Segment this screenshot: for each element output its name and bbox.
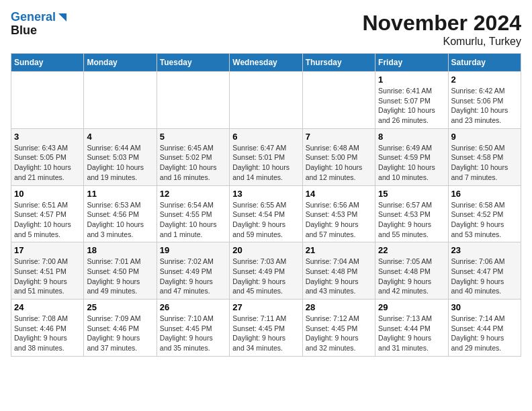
day-info: Sunrise: 6:41 AM Sunset: 5:07 PM Dayligh… <box>378 86 445 126</box>
day-number: 4 <box>87 132 153 142</box>
logo-blue: Blue <box>11 24 37 38</box>
title-block: November 2024 Komurlu, Turkey <box>362 11 521 48</box>
calendar-cell: 5Sunrise: 6:45 AM Sunset: 5:02 PM Daylig… <box>157 128 229 185</box>
calendar-week-row: 10Sunrise: 6:51 AM Sunset: 4:57 PM Dayli… <box>11 185 521 242</box>
day-info: Sunrise: 7:05 AM Sunset: 4:48 PM Dayligh… <box>378 257 445 296</box>
day-number: 30 <box>451 302 518 312</box>
day-number: 18 <box>87 245 153 255</box>
calendar-cell: 13Sunrise: 6:55 AM Sunset: 4:54 PM Dayli… <box>230 185 302 242</box>
calendar-cell: 23Sunrise: 7:06 AM Sunset: 4:47 PM Dayli… <box>448 242 521 300</box>
day-info: Sunrise: 6:48 AM Sunset: 5:00 PM Dayligh… <box>306 143 372 183</box>
calendar-cell: 14Sunrise: 6:56 AM Sunset: 4:53 PM Dayli… <box>302 185 375 242</box>
calendar-cell: 29Sunrise: 7:13 AM Sunset: 4:44 PM Dayli… <box>375 300 448 357</box>
day-info: Sunrise: 6:58 AM Sunset: 4:52 PM Dayligh… <box>451 200 518 240</box>
day-number: 20 <box>232 245 299 255</box>
calendar-cell: 9Sunrise: 6:50 AM Sunset: 4:58 PM Daylig… <box>448 128 521 185</box>
day-number: 10 <box>14 189 81 199</box>
day-info: Sunrise: 6:42 AM Sunset: 5:06 PM Dayligh… <box>451 86 518 126</box>
day-info: Sunrise: 7:09 AM Sunset: 4:46 PM Dayligh… <box>87 314 153 353</box>
logo-general: General <box>11 10 56 24</box>
day-info: Sunrise: 7:03 AM Sunset: 4:49 PM Dayligh… <box>232 257 299 296</box>
day-number: 2 <box>451 75 518 85</box>
calendar-cell: 7Sunrise: 6:48 AM Sunset: 5:00 PM Daylig… <box>302 128 375 185</box>
day-info: Sunrise: 7:12 AM Sunset: 4:45 PM Dayligh… <box>306 314 372 353</box>
day-info: Sunrise: 6:44 AM Sunset: 5:03 PM Dayligh… <box>87 143 153 183</box>
calendar-cell <box>84 72 157 129</box>
day-info: Sunrise: 7:10 AM Sunset: 4:45 PM Dayligh… <box>160 314 226 353</box>
weekday-header: Wednesday <box>230 54 302 72</box>
calendar-cell: 28Sunrise: 7:12 AM Sunset: 4:45 PM Dayli… <box>302 300 375 357</box>
calendar-cell: 2Sunrise: 6:42 AM Sunset: 5:06 PM Daylig… <box>448 72 521 129</box>
day-number: 17 <box>14 245 81 255</box>
calendar-cell: 27Sunrise: 7:11 AM Sunset: 4:45 PM Dayli… <box>230 300 302 357</box>
day-number: 7 <box>306 132 372 142</box>
calendar-cell: 15Sunrise: 6:57 AM Sunset: 4:53 PM Dayli… <box>375 185 448 242</box>
calendar-cell: 12Sunrise: 6:54 AM Sunset: 4:55 PM Dayli… <box>157 185 229 242</box>
day-info: Sunrise: 7:02 AM Sunset: 4:49 PM Dayligh… <box>160 257 226 296</box>
day-number: 3 <box>14 132 81 142</box>
day-info: Sunrise: 7:04 AM Sunset: 4:48 PM Dayligh… <box>306 257 372 296</box>
day-number: 1 <box>378 75 445 85</box>
calendar-week-row: 3Sunrise: 6:43 AM Sunset: 5:05 PM Daylig… <box>11 128 521 185</box>
calendar-cell: 22Sunrise: 7:05 AM Sunset: 4:48 PM Dayli… <box>375 242 448 300</box>
day-number: 29 <box>378 302 445 312</box>
logo: General Blue <box>11 11 66 38</box>
calendar-cell: 18Sunrise: 7:01 AM Sunset: 4:50 PM Dayli… <box>84 242 157 300</box>
calendar-cell: 20Sunrise: 7:03 AM Sunset: 4:49 PM Dayli… <box>230 242 302 300</box>
day-number: 28 <box>306 302 372 312</box>
calendar-cell <box>157 72 229 129</box>
day-number: 19 <box>160 245 226 255</box>
day-info: Sunrise: 7:01 AM Sunset: 4:50 PM Dayligh… <box>87 257 153 296</box>
calendar-cell: 10Sunrise: 6:51 AM Sunset: 4:57 PM Dayli… <box>11 185 84 242</box>
calendar-cell: 8Sunrise: 6:49 AM Sunset: 4:59 PM Daylig… <box>375 128 448 185</box>
day-number: 15 <box>378 189 445 199</box>
day-number: 14 <box>306 189 372 199</box>
day-number: 9 <box>451 132 518 142</box>
day-info: Sunrise: 6:53 AM Sunset: 4:56 PM Dayligh… <box>87 200 153 240</box>
calendar-cell: 21Sunrise: 7:04 AM Sunset: 4:48 PM Dayli… <box>302 242 375 300</box>
day-number: 27 <box>232 302 299 312</box>
day-number: 25 <box>87 302 153 312</box>
calendar-cell: 17Sunrise: 7:00 AM Sunset: 4:51 PM Dayli… <box>11 242 84 300</box>
day-number: 12 <box>160 189 226 199</box>
day-info: Sunrise: 6:56 AM Sunset: 4:53 PM Dayligh… <box>306 200 372 240</box>
day-info: Sunrise: 6:47 AM Sunset: 5:01 PM Dayligh… <box>232 143 299 183</box>
weekday-header: Thursday <box>302 54 375 72</box>
calendar-table: SundayMondayTuesdayWednesdayThursdayFrid… <box>11 53 521 357</box>
weekday-header: Tuesday <box>157 54 229 72</box>
day-number: 21 <box>306 245 372 255</box>
calendar-cell <box>302 72 375 129</box>
calendar-cell: 4Sunrise: 6:44 AM Sunset: 5:03 PM Daylig… <box>84 128 157 185</box>
calendar-cell <box>230 72 302 129</box>
day-number: 24 <box>14 302 81 312</box>
day-info: Sunrise: 7:00 AM Sunset: 4:51 PM Dayligh… <box>14 257 81 296</box>
day-info: Sunrise: 6:50 AM Sunset: 4:58 PM Dayligh… <box>451 143 518 183</box>
calendar-cell: 25Sunrise: 7:09 AM Sunset: 4:46 PM Dayli… <box>84 300 157 357</box>
day-info: Sunrise: 7:11 AM Sunset: 4:45 PM Dayligh… <box>232 314 299 353</box>
day-info: Sunrise: 6:43 AM Sunset: 5:05 PM Dayligh… <box>14 143 81 183</box>
calendar-cell: 6Sunrise: 6:47 AM Sunset: 5:01 PM Daylig… <box>230 128 302 185</box>
calendar-week-row: 24Sunrise: 7:08 AM Sunset: 4:46 PM Dayli… <box>11 300 521 357</box>
day-number: 8 <box>378 132 445 142</box>
day-info: Sunrise: 6:51 AM Sunset: 4:57 PM Dayligh… <box>14 200 81 240</box>
day-info: Sunrise: 7:14 AM Sunset: 4:44 PM Dayligh… <box>451 314 518 353</box>
calendar-title: November 2024 <box>362 11 521 36</box>
day-info: Sunrise: 6:55 AM Sunset: 4:54 PM Dayligh… <box>232 200 299 240</box>
calendar-cell: 24Sunrise: 7:08 AM Sunset: 4:46 PM Dayli… <box>11 300 84 357</box>
day-number: 13 <box>232 189 299 199</box>
day-number: 16 <box>451 189 518 199</box>
day-number: 6 <box>232 132 299 142</box>
day-info: Sunrise: 7:13 AM Sunset: 4:44 PM Dayligh… <box>378 314 445 353</box>
weekday-header: Friday <box>375 54 448 72</box>
weekday-header: Saturday <box>448 54 521 72</box>
calendar-subtitle: Komurlu, Turkey <box>362 36 521 48</box>
day-info: Sunrise: 6:45 AM Sunset: 5:02 PM Dayligh… <box>160 143 226 183</box>
day-info: Sunrise: 6:49 AM Sunset: 4:59 PM Dayligh… <box>378 143 445 183</box>
calendar-cell: 11Sunrise: 6:53 AM Sunset: 4:56 PM Dayli… <box>84 185 157 242</box>
calendar-cell: 1Sunrise: 6:41 AM Sunset: 5:07 PM Daylig… <box>375 72 448 129</box>
day-info: Sunrise: 7:08 AM Sunset: 4:46 PM Dayligh… <box>14 314 81 353</box>
calendar-week-row: 17Sunrise: 7:00 AM Sunset: 4:51 PM Dayli… <box>11 242 521 300</box>
calendar-cell: 30Sunrise: 7:14 AM Sunset: 4:44 PM Dayli… <box>448 300 521 357</box>
calendar-cell: 19Sunrise: 7:02 AM Sunset: 4:49 PM Dayli… <box>157 242 229 300</box>
weekday-header: Sunday <box>11 54 84 72</box>
